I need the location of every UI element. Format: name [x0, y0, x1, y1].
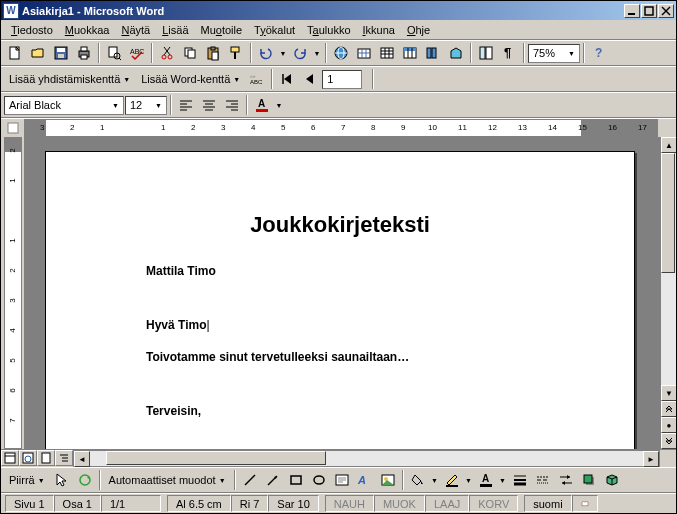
dash-style-button[interactable]	[532, 469, 554, 491]
font-color-draw-dropdown[interactable]: ▼	[498, 469, 508, 491]
paste-button[interactable]	[202, 42, 224, 64]
columns-button[interactable]	[422, 42, 444, 64]
line-style-button[interactable]	[509, 469, 531, 491]
outline-view-button[interactable]	[55, 450, 73, 466]
show-formatting-button[interactable]: ¶	[498, 42, 520, 64]
align-left-button[interactable]	[175, 94, 197, 116]
status-ovr[interactable]: KORV	[469, 495, 518, 512]
spelling-button[interactable]: ABC	[126, 42, 148, 64]
draw-menu-button[interactable]: Piirrä▼	[4, 470, 50, 491]
undo-button[interactable]	[255, 42, 277, 64]
line-button[interactable]	[239, 469, 261, 491]
separator	[325, 43, 327, 63]
wordart-button[interactable]: A	[354, 469, 376, 491]
status-lang[interactable]: suomi	[524, 495, 571, 512]
menu-table[interactable]: Taulukko	[301, 22, 356, 38]
horizontal-ruler[interactable]: 321 123 456 789 101112 131415 1617	[25, 119, 658, 137]
horizontal-scrollbar[interactable]: ◄ ►	[73, 450, 660, 467]
arrow-style-button[interactable]	[555, 469, 577, 491]
line-color-dropdown[interactable]: ▼	[464, 469, 474, 491]
status-trk[interactable]: MUOK	[374, 495, 425, 512]
maximize-button[interactable]	[641, 4, 657, 18]
clipart-button[interactable]	[377, 469, 399, 491]
svg-rect-43	[432, 48, 436, 58]
format-painter-button[interactable]	[225, 42, 247, 64]
3d-button[interactable]	[601, 469, 623, 491]
fill-color-dropdown[interactable]: ▼	[430, 469, 440, 491]
hyperlink-button[interactable]	[330, 42, 352, 64]
web-view-button[interactable]	[19, 450, 37, 466]
new-button[interactable]	[4, 42, 26, 64]
align-right-button[interactable]	[221, 94, 243, 116]
vertical-ruler[interactable]: 21 12 34 56 78	[4, 137, 22, 449]
redo-button[interactable]	[289, 42, 311, 64]
tables-borders-button[interactable]	[353, 42, 375, 64]
shadow-button[interactable]	[578, 469, 600, 491]
scroll-right-button[interactable]: ►	[643, 451, 659, 467]
scroll-thumb-h[interactable]	[106, 451, 326, 465]
menu-window[interactable]: Ikkuna	[357, 22, 401, 38]
open-button[interactable]	[27, 42, 49, 64]
insert-merge-field-button[interactable]: Lisää yhdistämiskenttä▼	[4, 69, 135, 90]
select-objects-button[interactable]	[51, 469, 73, 491]
status-col: Sar 10	[268, 495, 318, 512]
next-page-button[interactable]	[661, 433, 676, 449]
zoom-combo[interactable]: 75%▼	[528, 44, 580, 63]
record-number-field[interactable]: 1	[322, 70, 362, 89]
view-merged-button[interactable]: «»ABC	[246, 68, 268, 90]
close-button[interactable]	[658, 4, 674, 18]
insert-word-field-button[interactable]: Lisää Word-kenttä▼	[136, 69, 245, 90]
print-preview-button[interactable]	[103, 42, 125, 64]
menu-help[interactable]: Ohje	[401, 22, 436, 38]
insert-table-button[interactable]	[376, 42, 398, 64]
copy-button[interactable]	[179, 42, 201, 64]
undo-dropdown[interactable]: ▼	[278, 42, 288, 64]
cut-button[interactable]	[156, 42, 178, 64]
help-button[interactable]: ?	[588, 42, 610, 64]
menu-edit[interactable]: Muokkaa	[59, 22, 116, 38]
status-ext[interactable]: LAAJ	[425, 495, 469, 512]
arrow-button[interactable]	[262, 469, 284, 491]
normal-view-button[interactable]	[1, 450, 19, 466]
free-rotate-button[interactable]	[74, 469, 96, 491]
scroll-thumb-v[interactable]	[661, 153, 675, 273]
menu-file[interactable]: Tiedosto	[5, 22, 59, 38]
textbox-button[interactable]	[331, 469, 353, 491]
autoshapes-button[interactable]: Automaattiset muodot▼	[104, 470, 231, 491]
browse-object-button[interactable]: ●	[661, 417, 676, 433]
menu-format[interactable]: Muotoile	[195, 22, 249, 38]
scroll-track-v[interactable]	[661, 153, 676, 385]
redo-dropdown[interactable]: ▼	[312, 42, 322, 64]
scroll-left-button[interactable]: ◄	[74, 451, 90, 467]
doc-map-button[interactable]	[475, 42, 497, 64]
status-rec[interactable]: NAUH	[325, 495, 374, 512]
save-button[interactable]	[50, 42, 72, 64]
font-name-combo[interactable]: Arial Black▼	[4, 96, 124, 115]
status-book-icon[interactable]	[572, 495, 598, 512]
line-color-button[interactable]	[441, 469, 463, 491]
rectangle-button[interactable]	[285, 469, 307, 491]
menu-view[interactable]: Näytä	[115, 22, 156, 38]
align-center-button[interactable]	[198, 94, 220, 116]
print-button[interactable]	[73, 42, 95, 64]
prev-page-button[interactable]	[661, 401, 676, 417]
first-record-button[interactable]	[276, 68, 298, 90]
fill-color-button[interactable]	[407, 469, 429, 491]
print-layout-view-button[interactable]	[37, 450, 55, 466]
vertical-scrollbar[interactable]: ▲ ▼ ●	[660, 137, 676, 449]
font-color-dropdown[interactable]: ▼	[274, 94, 284, 116]
excel-button[interactable]	[399, 42, 421, 64]
oval-button[interactable]	[308, 469, 330, 491]
drawing-button[interactable]	[445, 42, 467, 64]
document-page[interactable]: Joukkokirjeteksti Mattila Timo Hyvä Timo…	[45, 151, 635, 449]
font-size-combo[interactable]: 12▼	[125, 96, 167, 115]
scroll-down-button[interactable]: ▼	[661, 385, 676, 401]
font-color-button[interactable]: A	[251, 94, 273, 116]
prev-record-button[interactable]	[299, 68, 321, 90]
menu-tools[interactable]: Työkalut	[248, 22, 301, 38]
minimize-button[interactable]	[624, 4, 640, 18]
menu-insert[interactable]: Lisää	[156, 22, 194, 38]
scroll-up-button[interactable]: ▲	[661, 137, 676, 153]
font-color-draw-button[interactable]: A	[475, 469, 497, 491]
page-viewport[interactable]: Joukkokirjeteksti Mattila Timo Hyvä Timo…	[25, 137, 660, 449]
